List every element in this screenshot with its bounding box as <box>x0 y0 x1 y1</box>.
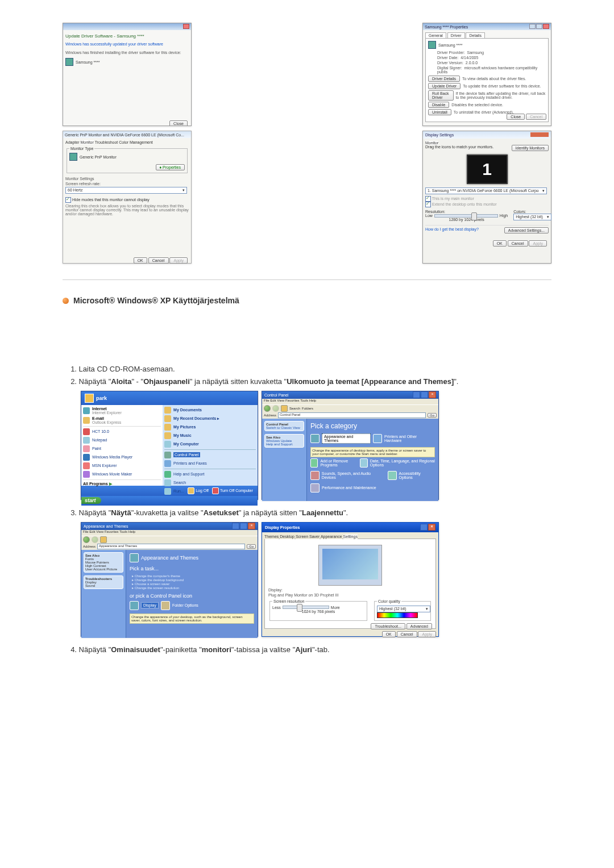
close-icon[interactable]: × <box>248 523 255 529</box>
category-appearance[interactable]: Appearance and ThemesPrinters and Other … <box>310 433 435 444</box>
user-avatar-icon <box>85 394 94 403</box>
ok-button[interactable]: OK <box>382 631 396 637</box>
start-all-programs[interactable]: All Programs ▶ <box>83 482 161 486</box>
category-item[interactable]: Sounds, Speech, and Audio DevicesAccessi… <box>310 471 435 480</box>
ok-button[interactable]: OK <box>493 240 507 247</box>
colors-dropdown[interactable]: Highest (32 bit)▾ <box>513 214 551 220</box>
chevron-down-icon: ▾ <box>542 189 545 193</box>
arrow-right-icon: ▶ <box>109 482 112 486</box>
advanced-button[interactable]: Advanced <box>406 623 432 629</box>
close-icon <box>530 132 549 137</box>
turnoff-button[interactable]: Turn Off Computer <box>212 487 253 494</box>
start-item[interactable]: Paint <box>83 445 161 452</box>
disable-button[interactable]: Disable <box>428 102 449 108</box>
task-link[interactable]: ▸ Change the desktop background <box>132 578 254 582</box>
start-item[interactable]: Notepad <box>83 437 161 444</box>
hide-modes-checkbox[interactable] <box>65 197 71 203</box>
close-icon[interactable]: × <box>429 391 436 398</box>
shield-icon: ♦ <box>160 165 162 169</box>
step-4: Näpäytä "Ominaisuudet"-painiketta "monit… <box>79 645 551 656</box>
resolution-slider[interactable] <box>434 214 498 218</box>
chevron-down-icon: ▾ <box>182 188 185 193</box>
step-1: Laita CD CD-ROM-asemaan. <box>79 364 551 375</box>
display-device-dropdown[interactable]: 1. Samsung **** on NVIDIA GeForce 6600 L… <box>425 187 547 194</box>
refresh-rate-dropdown[interactable]: 60 Hertz▾ <box>65 187 187 194</box>
apply-button: Apply <box>418 631 436 637</box>
troubleshoot-button[interactable]: Troubleshoot... <box>371 623 405 629</box>
up-icon[interactable] <box>281 405 288 412</box>
resolution-slider[interactable] <box>283 606 329 609</box>
address-field[interactable]: Appearance and Themes <box>97 544 245 549</box>
start-right-item[interactable]: My Pictures <box>164 424 256 431</box>
cancel-button: Cancel <box>526 114 546 120</box>
start-right-item[interactable]: My Documents <box>164 407 256 414</box>
monitor-preview <box>318 545 382 586</box>
close-button[interactable]: Close <box>507 114 525 120</box>
side-card: Control Panel Switch to Classic View <box>264 421 304 431</box>
chevron-down-icon: ▾ <box>426 607 428 611</box>
side-card: See Also Windows Update Help and Support <box>264 434 304 448</box>
category-item[interactable]: Performance and Maintenance <box>310 483 435 493</box>
start-right-item[interactable]: My Recent Documents ▸ <box>164 415 256 422</box>
task-link[interactable]: ▸ Change the computer's theme <box>132 574 254 578</box>
update-title: Update Driver Software - Samsung **** <box>65 34 189 39</box>
screenshot-update-driver: Update Driver Software - Samsung **** Wi… <box>63 23 192 126</box>
start-right-item[interactable]: My Computer <box>164 441 256 448</box>
start-item[interactable]: MSN Explorer <box>83 462 161 469</box>
start-item-internet[interactable]: InternetInternet Explorer <box>83 407 161 415</box>
go-button[interactable]: Go <box>428 413 437 418</box>
start-item[interactable]: Windows Media Player <box>83 454 161 461</box>
forward-icon <box>272 405 279 412</box>
extend-desktop-checkbox <box>425 202 431 207</box>
advanced-settings-button[interactable]: Advanced Settings... <box>504 227 549 233</box>
color-quality-dropdown[interactable]: Highest (32 bit)▾ <box>377 606 430 612</box>
uninstall-button[interactable]: Uninstall <box>428 109 451 115</box>
properties-button[interactable]: ♦ Properties <box>156 164 185 170</box>
identify-monitors-button[interactable]: Identify Monitors <box>512 145 549 151</box>
back-icon[interactable] <box>83 536 90 543</box>
ok-button[interactable]: OK <box>134 257 147 264</box>
cancel-button[interactable]: Cancel <box>148 257 169 264</box>
screenshot-display-settings: Display Settings Monitor Drag the icons … <box>422 131 551 264</box>
best-display-link[interactable]: How do I get the best display? <box>425 227 479 233</box>
up-icon[interactable] <box>100 536 107 543</box>
color-spectrum <box>377 612 418 618</box>
go-button[interactable]: Go <box>247 544 256 549</box>
monitor-icon <box>69 153 77 161</box>
driver-details-button[interactable]: Driver Details <box>428 76 460 82</box>
cp-icon-display[interactable]: Display Folder Options <box>130 601 254 610</box>
start-right-item[interactable]: Help and Support <box>164 471 256 478</box>
task-link[interactable]: ▸ Change the screen resolution <box>132 586 254 590</box>
close-button[interactable]: Close <box>169 120 188 126</box>
start-right-item[interactable]: Printers and Faxes <box>164 460 256 467</box>
start-right-item[interactable]: My Music <box>164 432 256 439</box>
screenshot-driver-properties: Samsung **** Properties General Driver D… <box>422 23 551 126</box>
close-icon <box>543 24 549 29</box>
start-button[interactable]: start <box>81 497 101 504</box>
start-item-email[interactable]: E-mailOutlook Express <box>83 416 161 424</box>
update-driver-button[interactable]: Update Driver <box>428 83 460 89</box>
logoff-button[interactable]: Log Off <box>188 487 209 494</box>
apply-button: Apply <box>169 257 188 264</box>
forward-icon <box>92 536 98 543</box>
close-icon <box>183 24 189 29</box>
start-control-panel[interactable]: Control Panel <box>164 452 256 458</box>
update-success-text: Windows has successfully updated your dr… <box>65 42 189 46</box>
chevron-down-icon: ▾ <box>547 215 549 219</box>
screenshot-row-top: Update Driver Software - Samsung **** Wi… <box>63 23 551 126</box>
cancel-button[interactable]: Cancel <box>508 240 528 247</box>
divider <box>63 279 551 280</box>
close-icon[interactable]: × <box>428 524 435 531</box>
address-field[interactable]: Control Panel <box>278 412 426 418</box>
category-item[interactable]: Add or Remove ProgramsDate, Time, Langua… <box>310 458 435 468</box>
rollback-driver-button[interactable]: Roll Back Driver <box>428 90 454 101</box>
step-3: Näpäytä "Näytä"-kuvaketta ja valitse "As… <box>79 508 551 519</box>
start-item[interactable]: HCT 10.0 <box>83 428 161 435</box>
cancel-button[interactable]: Cancel <box>397 631 417 637</box>
start-item[interactable]: Windows Movie Maker <box>83 471 161 478</box>
start-right-item[interactable]: Search <box>164 479 256 486</box>
screenshot-appearance-themes: Appearance and Themes × File Edit View F… <box>81 522 258 637</box>
monitor-thumbnail[interactable]: 1 <box>467 155 508 184</box>
back-icon[interactable] <box>264 405 271 412</box>
task-link[interactable]: ▸ Choose a screen saver <box>132 582 254 586</box>
